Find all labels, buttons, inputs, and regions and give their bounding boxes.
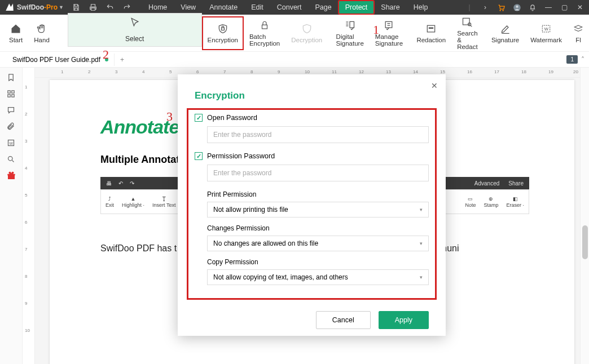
print-permission-select[interactable]: Not allow printing this file▾: [207, 202, 429, 217]
signature-list-icon: [344, 20, 355, 31]
bell-icon[interactable]: [528, 3, 537, 11]
minimize-icon[interactable]: —: [544, 3, 553, 11]
svg-text:W: W: [544, 26, 549, 32]
menu-home[interactable]: Home: [142, 1, 174, 14]
svg-rect-5: [429, 27, 433, 29]
insert-text-icon: Ṯ: [162, 196, 166, 202]
menu-protect[interactable]: Protect: [339, 1, 375, 14]
dialog-close-icon[interactable]: ✕: [431, 81, 438, 90]
redo-icon[interactable]: [122, 3, 131, 11]
close-icon[interactable]: ✕: [575, 3, 584, 11]
side-panel: W: [0, 68, 23, 364]
ribbon-watermark[interactable]: WWatermark: [525, 16, 568, 50]
copy-permission-select[interactable]: Not allow copying of text, images, and o…: [207, 269, 429, 285]
chevron-down-icon: ▾: [420, 241, 423, 246]
comment-icon[interactable]: [7, 106, 15, 114]
menu-view[interactable]: View: [174, 1, 203, 14]
undo-icon[interactable]: [106, 3, 115, 11]
add-tab-button[interactable]: +: [115, 56, 130, 64]
apply-button[interactable]: Apply: [379, 311, 429, 329]
user-icon[interactable]: [512, 3, 521, 12]
thumbnails-icon[interactable]: [7, 90, 15, 98]
permission-password-input[interactable]: [207, 165, 429, 181]
lock-shield-icon: [217, 23, 228, 34]
search-icon[interactable]: [7, 155, 15, 163]
open-password-checkbox[interactable]: ✓: [195, 114, 203, 122]
dialog-body-frame: ✓Open Password ✓Permission Password Prin…: [187, 108, 437, 300]
ribbon-encryption[interactable]: Encryption: [202, 16, 244, 50]
app-logo-icon: [5, 2, 15, 12]
changes-permission-select[interactable]: No changes are allowed on this file▾: [207, 236, 429, 251]
vertical-scrollbar[interactable]: [580, 68, 589, 364]
pen-icon: [500, 23, 511, 34]
svg-rect-11: [12, 91, 14, 93]
ribbon-search-redact[interactable]: Search & Redact: [451, 16, 483, 50]
document-tab[interactable]: SwifDoo PDF User Guide.pdf: [7, 54, 115, 66]
cancel-button[interactable]: Cancel: [316, 311, 371, 329]
callout-marker-2: 2: [103, 47, 109, 62]
lock-icon: [260, 20, 270, 31]
main-menu: Home View Annotate Edit Convert Page Pro…: [142, 1, 434, 14]
svg-rect-3: [262, 25, 267, 29]
gift-icon[interactable]: [7, 171, 16, 180]
redaction-icon: [425, 23, 437, 34]
chevron-down-icon: ▾: [420, 207, 423, 212]
watermark-icon: W: [540, 23, 552, 34]
open-password-label: Open Password: [207, 114, 257, 122]
scrollbar-thumb[interactable]: [582, 225, 588, 259]
mini-redo-icon: ↷: [130, 180, 134, 187]
page-number-badge: 1: [566, 55, 578, 64]
attachment-icon[interactable]: [7, 122, 15, 131]
maximize-icon[interactable]: ▢: [560, 3, 569, 11]
collapse-ribbon-icon[interactable]: ˄: [581, 56, 584, 64]
eraser-icon: ◧: [513, 196, 518, 202]
svg-rect-13: [12, 95, 14, 97]
permission-password-label: Permission Password: [207, 152, 275, 160]
cursor-icon: [129, 17, 140, 28]
ribbon-signature[interactable]: Signature: [486, 16, 525, 50]
ribbon-hand[interactable]: Hand: [28, 16, 55, 50]
search-redact-icon: [461, 16, 473, 28]
brand-dropdown-icon[interactable]: ▼: [59, 5, 64, 10]
mini-print-icon: 🖶: [106, 180, 112, 187]
ribbon-digital-signature[interactable]: Digital Signature: [331, 16, 370, 50]
print-permission-label: Print Permission: [207, 190, 429, 198]
print-icon[interactable]: [89, 3, 98, 11]
ribbon-redaction[interactable]: Redaction: [411, 16, 451, 50]
save-icon[interactable]: [72, 3, 81, 11]
app-brand: SwifDoo-Pro: [17, 3, 58, 11]
layers-icon: [573, 23, 583, 34]
permission-password-checkbox[interactable]: ✓: [195, 152, 203, 160]
ribbon-flatten[interactable]: Fl: [568, 16, 589, 50]
separator-icon: |: [465, 3, 474, 11]
svg-text:W: W: [9, 141, 13, 145]
manage-signature-icon: [383, 20, 394, 31]
menu-annotate[interactable]: Annotate: [203, 1, 244, 14]
open-password-input[interactable]: [207, 126, 429, 143]
menu-help[interactable]: Help: [407, 1, 435, 14]
callout-marker-3: 3: [166, 109, 173, 124]
chevron-right-icon[interactable]: ›: [481, 3, 490, 11]
document-tab-bar: SwifDoo PDF User Guide.pdf + 1 ˄: [0, 52, 589, 68]
svg-rect-2: [221, 28, 224, 30]
dialog-title: Encryption: [195, 90, 429, 101]
menu-edit[interactable]: Edit: [244, 1, 270, 14]
stamp-icon: ⊕: [489, 196, 493, 202]
menu-share[interactable]: Share: [374, 1, 406, 14]
changes-permission-label: Changes Permission: [207, 224, 429, 232]
svg-rect-10: [8, 91, 10, 93]
bookmark-icon[interactable]: [7, 73, 15, 82]
ribbon-batch-encryption[interactable]: Batch Encryption: [244, 16, 285, 50]
word-icon[interactable]: W: [7, 139, 15, 147]
svg-point-1: [516, 5, 518, 7]
cart-icon[interactable]: [496, 3, 506, 12]
exit-icon: ⤴: [108, 196, 111, 202]
ribbon-start[interactable]: Start: [3, 16, 28, 50]
svg-rect-12: [8, 95, 10, 97]
menu-convert[interactable]: Convert: [270, 1, 309, 14]
copy-permission-label: Copy Permission: [207, 258, 429, 266]
ribbon-select[interactable]: Select: [68, 13, 202, 47]
menu-page[interactable]: Page: [309, 1, 339, 14]
ribbon-decryption[interactable]: Decryption: [285, 16, 328, 50]
hand-icon: [36, 23, 47, 34]
